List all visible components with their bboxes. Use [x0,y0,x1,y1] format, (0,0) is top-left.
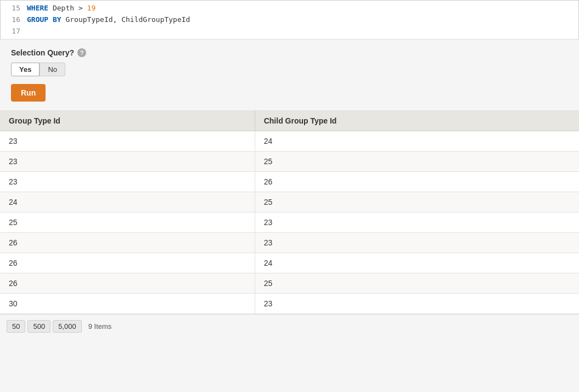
code-content [27,26,31,37]
cell-child-group-type-id: 23 [255,294,579,314]
table-row: 2623 [0,233,579,253]
table-row: 2624 [0,253,579,273]
table-row: 2324 [0,131,579,152]
table-row: 2625 [0,273,579,294]
table-row: 2523 [0,212,579,233]
code-editor: 15 WHERE Depth > 19 16 GROUP BY GroupTyp… [0,0,579,40]
line-number: 15 [5,3,20,14]
cell-child-group-type-id: 23 [255,212,579,233]
selection-query-text: Selection Query? [11,48,74,57]
cell-group-type-id: 26 [0,233,255,253]
cell-group-type-id: 23 [0,131,255,152]
table-body: 232423252326242525232623262426253023 [0,131,579,314]
cell-group-type-id: 25 [0,212,255,233]
code-content: GROUP BY GroupTypeId, ChildGroupTypeId [27,14,190,26]
cell-group-type-id: 26 [0,273,255,294]
code-content: WHERE Depth > 19 [27,3,95,14]
cell-group-type-id: 26 [0,253,255,273]
code-line-16: 16 GROUP BY GroupTypeId, ChildGroupTypeI… [5,14,574,26]
cell-group-type-id: 24 [0,192,255,212]
column-header-child-group-type-id: Child Group Type Id [255,111,579,131]
cell-child-group-type-id: 24 [255,253,579,273]
cell-group-type-id: 30 [0,294,255,314]
cell-child-group-type-id: 25 [255,192,579,212]
pagination-bar: 50 500 5,000 9 Items [0,314,579,338]
column-header-group-type-id: Group Type Id [0,111,255,131]
table-row: 3023 [0,294,579,314]
yes-no-toggle: Yes No [11,63,568,76]
page-size-50[interactable]: 50 [7,320,25,333]
run-button[interactable]: Run [11,84,46,102]
controls-section: Selection Query? ? Yes No Run [0,40,579,111]
code-line-17: 17 [5,26,574,37]
results-table: Group Type Id Child Group Type Id 232423… [0,111,579,314]
page-size-500[interactable]: 500 [27,320,50,333]
page-size-5000[interactable]: 5,000 [53,320,82,333]
yes-button[interactable]: Yes [11,63,40,76]
table-row: 2325 [0,152,579,172]
line-number: 17 [5,26,20,37]
table-row: 2425 [0,192,579,212]
cell-child-group-type-id: 26 [255,172,579,192]
table-row: 2326 [0,172,579,192]
help-icon[interactable]: ? [77,48,86,57]
items-count: 9 Items [88,322,112,331]
line-number: 16 [5,14,20,26]
code-line-15: 15 WHERE Depth > 19 [5,3,574,14]
cell-child-group-type-id: 24 [255,131,579,152]
table-header-row: Group Type Id Child Group Type Id [0,111,579,131]
cell-group-type-id: 23 [0,152,255,172]
cell-child-group-type-id: 25 [255,152,579,172]
cell-group-type-id: 23 [0,172,255,192]
selection-query-label: Selection Query? ? [11,48,568,57]
cell-child-group-type-id: 25 [255,273,579,294]
cell-child-group-type-id: 23 [255,233,579,253]
no-button[interactable]: No [40,63,65,76]
